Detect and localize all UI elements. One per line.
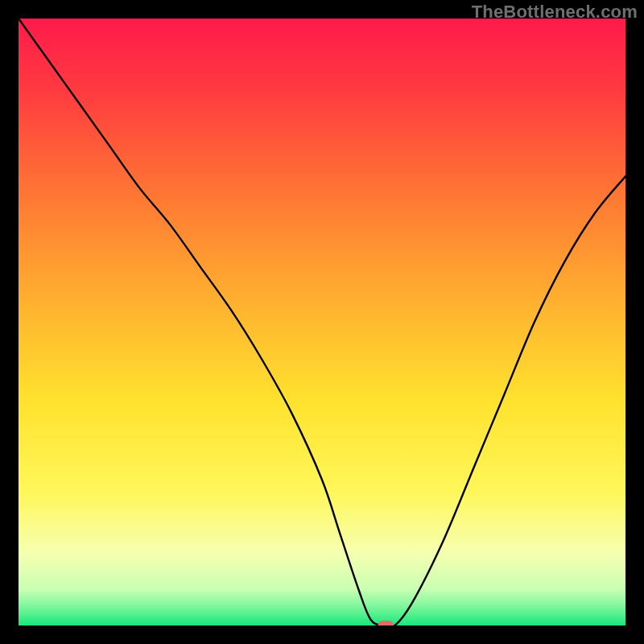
optimal-marker [378, 621, 394, 625]
bottleneck-chart [19, 19, 625, 625]
